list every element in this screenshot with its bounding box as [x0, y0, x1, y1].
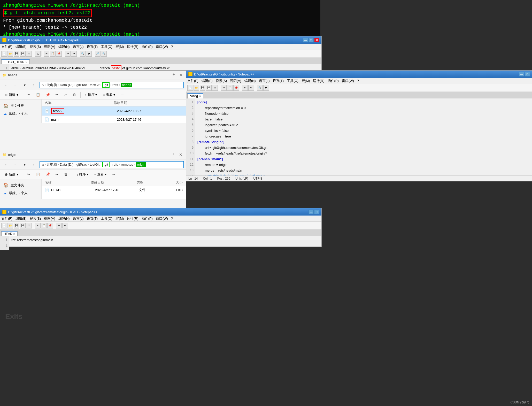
config-menu-lang[interactable]: 语言(L) [259, 79, 270, 83]
tb-paste[interactable]: 📌 [56, 51, 62, 57]
cfg-tb-save[interactable]: 💾 [200, 85, 205, 91]
config-title-buttons[interactable]: — □ [519, 72, 530, 76]
origin-sidebar-home[interactable]: 🏠 主文件夹 [0, 181, 41, 189]
config-menu-run[interactable]: 运行(R) [313, 79, 324, 83]
tab-head-bottom-close[interactable]: ✕ [13, 233, 15, 235]
title-buttons[interactable]: — □ ✕ [303, 38, 319, 42]
close-button[interactable]: ✕ [314, 38, 319, 42]
hb-menu-encode[interactable]: 编码(N) [58, 216, 70, 221]
config-minimize[interactable]: — [519, 72, 524, 76]
menu-encode[interactable]: 编码(N) [58, 44, 70, 49]
tab-head-bottom[interactable]: HEAD ✕ [1, 231, 18, 236]
tab-config[interactable]: config ✕ [187, 93, 203, 98]
head-bottom-code[interactable]: ref: refs/remotes/origin/main [9, 236, 321, 250]
menu-lang[interactable]: 语言(L) [73, 44, 84, 49]
maximize-button[interactable]: □ [309, 38, 314, 42]
config-menu-settings[interactable]: 设置(T) [273, 79, 284, 83]
menu-search[interactable]: 搜索(S) [30, 44, 41, 49]
origin-delete-btn[interactable]: 🗑 [62, 171, 70, 178]
share-btn[interactable]: ↗ [62, 91, 69, 98]
hb-menu-search[interactable]: 搜索(S) [30, 216, 41, 221]
tb-zoom-in[interactable]: 🔎 [95, 51, 101, 57]
tb-zoom-out[interactable]: 🔍 [101, 51, 107, 57]
config-menu-plugins[interactable]: 插件(P) [328, 79, 339, 83]
config-menubar[interactable]: 文件(F) 编辑(E) 搜索(S) 视图(V) 编码(N) 语言(L) 设置(T… [186, 78, 532, 84]
head-bottom-restore[interactable]: □ [314, 210, 319, 214]
config-restore[interactable]: □ [525, 72, 530, 76]
hb-tb-save-all[interactable]: 💾 [20, 223, 26, 228]
hb-tb-save[interactable]: 💾 [14, 223, 19, 228]
tb-save[interactable]: 💾 [14, 51, 19, 57]
origin-sort-btn[interactable]: ↕ 排序 ▾ [74, 171, 91, 178]
menu-run[interactable]: 运行(R) [127, 44, 138, 49]
hb-tb-close[interactable]: ✕ [26, 223, 32, 228]
config-menu-window[interactable]: 窗口(W) [342, 79, 354, 83]
cfg-tb-paste[interactable]: 📌 [233, 85, 239, 91]
hb-tb-paste[interactable]: 📌 [47, 223, 53, 228]
rename-btn[interactable]: ✏ [53, 91, 61, 98]
menu-plugins[interactable]: 插件(P) [142, 44, 153, 49]
origin-back-button[interactable]: ← [2, 161, 10, 168]
hb-menu-view[interactable]: 视图(V) [44, 216, 55, 221]
heads-close-button[interactable]: ✕ [178, 72, 184, 78]
sort-btn[interactable]: ↕ 排序 ▾ [83, 91, 99, 98]
origin-dropdown-button[interactable]: ▾ [21, 161, 28, 168]
head-bottom-menubar[interactable]: 文件(F) 编辑(E) 搜索(S) 视图(V) 编码(N) 语言(L) 设置(T… [0, 216, 321, 222]
file-row-test22[interactable]: 📄 test22 2023/4/27 18:27 [42, 106, 186, 116]
config-menu-macro[interactable]: 宏(M) [302, 79, 310, 83]
origin-address-bar[interactable]: ⌂ › 此电脑 › Data (D:) › gitPrac › testGit … [40, 161, 184, 168]
tb-open[interactable]: 📂 [7, 51, 13, 57]
paste-btn[interactable]: 📌 [43, 91, 52, 98]
sidebar-cloud[interactable]: ☁ 紫娃、- 个人 [0, 110, 41, 117]
tb-save-all[interactable]: 💾 [20, 51, 26, 57]
cfg-tb-copy[interactable]: 📋 [227, 85, 233, 91]
tb-undo[interactable]: ↩ [65, 51, 71, 57]
hb-menu-lang[interactable]: 语言(L) [73, 216, 84, 221]
cfg-tb-replace[interactable]: ⇄ [263, 85, 269, 91]
menu-settings[interactable]: 设置(T) [87, 44, 98, 49]
origin-new-button[interactable]: ⊕ 新建 ▾ [2, 171, 21, 178]
tb-new[interactable]: 📄 [1, 51, 7, 57]
cfg-tb-open[interactable]: 📂 [194, 85, 199, 91]
copy-btn[interactable]: 📋 [34, 91, 42, 98]
origin-more-btn[interactable]: ··· [110, 171, 118, 178]
menu-tools[interactable]: 工具(O) [101, 44, 112, 49]
hb-menu-plugins[interactable]: 插件(P) [142, 216, 153, 221]
hb-menu-macro[interactable]: 宏(M) [115, 216, 124, 221]
hb-menu-file[interactable]: 文件(F) [1, 216, 12, 221]
cfg-tb-save-all[interactable]: 💾 [206, 85, 212, 91]
new-button[interactable]: ⊕ 新建 ▾ [2, 91, 21, 98]
head-bottom-title-buttons[interactable]: — □ [309, 210, 319, 214]
origin-paste-btn[interactable]: 📌 [43, 171, 52, 178]
hb-tb-open[interactable]: 📂 [7, 223, 13, 228]
heads-controls[interactable]: + ✕ [173, 72, 184, 78]
tb-replace[interactable]: ⇄ [86, 51, 92, 57]
hb-tb-redo[interactable]: ↪ [62, 223, 68, 228]
minimize-button[interactable]: — [303, 38, 308, 42]
tb-find[interactable]: 🔍 [80, 51, 86, 57]
tab-fetch-head[interactable]: FETCH_HEAD ✕ [1, 59, 30, 64]
origin-controls[interactable]: + ✕ [173, 152, 184, 158]
file-row-head[interactable]: 📄 HEAD 2023/4/27 17:46 文件 1 KB [42, 186, 186, 194]
hb-menu-edit[interactable]: 编辑(E) [16, 216, 27, 221]
config-menu-search[interactable]: 搜索(S) [216, 79, 227, 83]
menu-help[interactable]: ? [171, 45, 173, 49]
hb-menu-run[interactable]: 运行(R) [127, 216, 138, 221]
origin-sidebar-cloud[interactable]: ☁ 紫娃、- 个人 [0, 189, 41, 197]
origin-rename-btn[interactable]: ✏ [53, 171, 61, 178]
origin-up-button[interactable]: ↑ [30, 161, 37, 168]
tb-cut[interactable]: ✂ [44, 51, 49, 57]
menu-edit[interactable]: 编辑(E) [16, 44, 27, 49]
origin-forward-button[interactable]: → [12, 161, 19, 168]
tb-redo[interactable]: ↪ [71, 51, 77, 57]
tb-close[interactable]: ✕ [26, 51, 32, 57]
hb-tb-cut[interactable]: ✂ [35, 223, 41, 228]
config-code[interactable]: [core] repositoryformatversion = 0 filem… [195, 98, 532, 175]
tb-copy[interactable]: 📋 [50, 51, 56, 57]
cfg-tb-redo[interactable]: ↪ [248, 85, 254, 91]
hb-menu-window[interactable]: 窗口(W) [156, 216, 168, 221]
hb-menu-help[interactable]: ? [171, 217, 173, 220]
heads-address-bar[interactable]: ⌂ › 此电脑 › Data (D:) › gitPrac › testGit … [40, 82, 184, 88]
origin-copy-btn[interactable]: 📋 [34, 171, 42, 178]
hb-tb-new[interactable]: 📄 [1, 223, 7, 228]
